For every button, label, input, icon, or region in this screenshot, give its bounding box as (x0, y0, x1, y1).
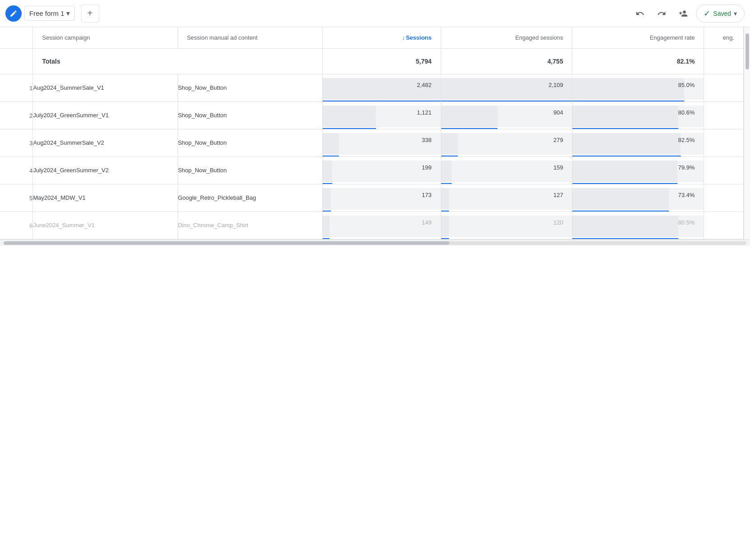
chevron-down-icon: ▾ (66, 9, 70, 18)
bar-fill (323, 161, 332, 182)
engaged-sessions-cell: 2,109 (441, 74, 572, 102)
sessions-value: 149 (422, 219, 432, 228)
row-number: 4 (0, 157, 33, 184)
sessions-cell: 2,482 (322, 74, 441, 102)
partial-column-cell (704, 157, 744, 184)
engaged-sessions-cell: 904 (441, 102, 572, 129)
totals-partial (704, 49, 744, 74)
engagement-rate-bar-line (572, 238, 678, 239)
engagement-rate-cell: 85.0% (572, 74, 704, 102)
partial-column-cell (704, 184, 744, 212)
engaged-sessions-value: 120 (553, 219, 563, 228)
row-number: 6 (0, 212, 33, 239)
bar-fill (572, 106, 678, 127)
bar-fill (572, 216, 678, 237)
engagement-rate-cell: 80.5% (572, 212, 704, 239)
bar-fill (572, 133, 681, 155)
engaged-sessions-value: 2,109 (549, 82, 563, 90)
engagement-rate-value: 80.5% (678, 219, 695, 228)
totals-row-num (0, 49, 33, 74)
header-engaged-sessions[interactable]: Engaged sessions (441, 27, 572, 49)
campaign-cell: June2024_Summer_V1 (33, 212, 178, 239)
campaign-cell: May2024_MDW_V1 (33, 184, 178, 212)
report-title-container[interactable]: Free form 1 ▾ (24, 6, 75, 21)
row-number: 2 (0, 102, 33, 129)
bar-background (441, 188, 572, 210)
engagement-rate-bar-line (572, 101, 684, 101)
table-row: 2July2024_GreenSummer_V1Shop_Now_Button1… (0, 102, 744, 129)
horizontal-scrollbar[interactable] (0, 239, 750, 246)
header-row: Session campaign Session manual ad conte… (0, 27, 744, 49)
sort-down-icon: ↓ (402, 34, 405, 41)
vertical-scrollbar[interactable] (744, 27, 750, 239)
partial-column-cell (704, 74, 744, 102)
sessions-cell: 199 (322, 157, 441, 184)
sessions-value: 199 (422, 164, 432, 173)
engagement-rate-bar-line (572, 183, 677, 184)
pencil-icon (9, 9, 18, 18)
sessions-cell: 1,121 (322, 102, 441, 129)
table-row: 3Aug2024_SummerSale_V2Shop_Now_Button338… (0, 129, 744, 157)
bar-fill (572, 161, 677, 182)
add-tab-button[interactable]: + (81, 5, 99, 23)
bar-fill (441, 216, 449, 237)
engaged-sessions-bar-line (441, 238, 449, 239)
header-engagement-rate[interactable]: Engagement rate (572, 27, 704, 49)
header-session-campaign[interactable]: Session campaign (33, 27, 178, 49)
bar-fill (572, 188, 669, 210)
undo-button[interactable] (631, 5, 649, 23)
bar-background (441, 133, 572, 155)
toolbar-left: Free form 1 ▾ + (5, 5, 99, 23)
sessions-value: 1,121 (417, 109, 432, 118)
ad-content-cell: Shop_Now_Button (178, 74, 322, 102)
redo-button[interactable] (653, 5, 671, 23)
bar-fill (323, 216, 330, 237)
header-sessions[interactable]: ↓Sessions (322, 27, 441, 49)
header-session-manual-ad-content[interactable]: Session manual ad content (178, 27, 322, 49)
engagement-rate-value: 82.5% (678, 137, 695, 145)
redo-icon (657, 9, 666, 18)
sessions-bar-line (323, 183, 332, 184)
sessions-cell: 173 (322, 184, 441, 212)
sessions-bar-line (323, 238, 330, 239)
engagement-rate-bar-line (572, 128, 678, 129)
engagement-rate-cell: 79.9% (572, 157, 704, 184)
engaged-sessions-bar-line (441, 156, 458, 156)
sessions-cell: 338 (322, 129, 441, 157)
engagement-rate-cell: 80.6% (572, 102, 704, 129)
engagement-rate-bar-line (572, 156, 681, 156)
sessions-bar-line (323, 101, 441, 101)
bar-fill (441, 161, 452, 182)
edit-icon-button[interactable] (5, 5, 22, 22)
bar-fill (441, 106, 498, 127)
save-status-button[interactable]: ✓ Saved ▾ (696, 5, 745, 23)
engaged-sessions-bar-line (441, 183, 452, 184)
sessions-value: 338 (422, 137, 432, 145)
engagement-rate-value: 80.6% (678, 109, 695, 118)
plus-icon: + (87, 8, 93, 18)
bar-background (441, 216, 572, 237)
engagement-rate-cell: 82.5% (572, 129, 704, 157)
bar-fill (323, 133, 339, 155)
sessions-cell: 149 (322, 212, 441, 239)
vertical-scrollbar-thumb (745, 33, 749, 69)
engagement-rate-cell: 73.4% (572, 184, 704, 212)
table-scroll-area[interactable]: Session campaign Session manual ad conte… (0, 27, 744, 239)
add-user-button[interactable] (674, 5, 692, 23)
ad-content-cell: Shop_Now_Button (178, 102, 322, 129)
table-row: 5May2024_MDW_V1Google_Retro_Pickleball_B… (0, 184, 744, 212)
check-circle-icon: ✓ (704, 9, 710, 18)
engaged-sessions-bar-line (441, 211, 449, 211)
bar-fill (441, 133, 458, 155)
engaged-sessions-cell: 279 (441, 129, 572, 157)
ad-content-cell: Dino_Chrome_Camp_Shirt (178, 212, 322, 239)
row-number: 3 (0, 129, 33, 157)
undo-icon (636, 9, 645, 18)
partial-column-cell (704, 102, 744, 129)
toolbar: Free form 1 ▾ + (0, 0, 750, 27)
partial-column-cell (704, 129, 744, 157)
engaged-sessions-cell: 159 (441, 157, 572, 184)
engaged-sessions-cell: 120 (441, 212, 572, 239)
bar-fill (323, 106, 376, 127)
table-row: 6June2024_Summer_V1Dino_Chrome_Camp_Shir… (0, 212, 744, 239)
